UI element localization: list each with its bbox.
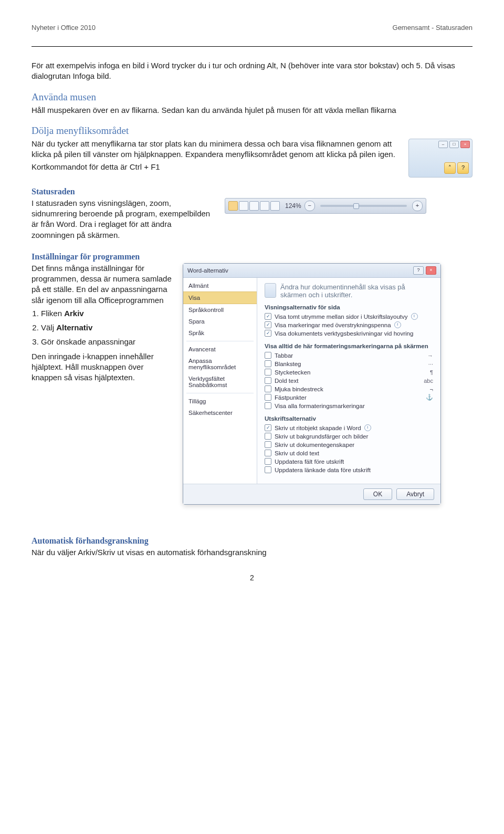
option-row[interactable]: Skriv ut ritobjekt skapade i Wordi	[265, 424, 433, 432]
ok-button[interactable]: OK	[363, 488, 392, 500]
option-label: Blanksteg	[275, 361, 301, 367]
statusbar-section: Statusraden I statusraden syns visningsl…	[32, 187, 472, 243]
nav-item[interactable]: Spara	[183, 316, 257, 327]
option-row[interactable]: Stycketecken¶	[265, 368, 433, 377]
maximize-icon: □	[449, 141, 459, 148]
settings-steps: Fliken Arkiv Välj Alternativ Gör önskade…	[41, 309, 173, 346]
checkbox-icon[interactable]	[265, 352, 271, 359]
option-label: Skriv ut ritobjekt skapade i Word	[275, 425, 361, 431]
option-label: Visa dokumentets verktygsbeskrivningar v…	[275, 330, 413, 337]
option-label: Mjuka bindestreck	[275, 386, 323, 392]
header-divider	[32, 46, 472, 47]
collapse-ribbon-icon: ˄	[444, 162, 456, 174]
option-label: Visa tomt utrymme mellan sidor i Utskrif…	[275, 314, 408, 320]
zoom-in-icon: +	[412, 201, 423, 211]
hide-heading: Dölja menyfliksområdet	[32, 125, 472, 137]
step-1: Fliken Arkiv	[41, 309, 173, 318]
info-icon[interactable]: i	[364, 424, 371, 431]
checkbox-icon[interactable]	[265, 433, 271, 440]
option-row[interactable]: Uppdatera länkade data före utskrift	[265, 466, 433, 474]
option-row[interactable]: Visa alla formateringsmarkeringar	[265, 402, 433, 410]
preview-heading: Automatisk förhandsgranskning	[32, 536, 472, 546]
nav-item[interactable]: Språkkontroll	[183, 304, 257, 316]
nav-item[interactable]: Språk	[183, 327, 257, 339]
preview-section: Automatisk förhandsgranskning När du väl…	[32, 536, 472, 558]
nav-item[interactable]: Verktygsfältet Snabbåtkomst	[183, 373, 257, 391]
hide-ribbon-section: Dölja menyfliksområdet När du tycker att…	[32, 125, 472, 178]
option-row[interactable]: Visa markeringar med överstrykningspenna…	[265, 321, 433, 329]
zoom-value: 124%	[285, 202, 301, 210]
checkbox-icon[interactable]	[265, 402, 271, 409]
dialog-main: Ändra hur dokumentinnehåll ska visas på …	[257, 278, 440, 484]
dialog-title: Word-alternativ	[187, 267, 228, 274]
checkbox-icon[interactable]	[265, 394, 271, 401]
checkbox-icon[interactable]	[265, 330, 271, 337]
page-number: 2	[32, 574, 472, 582]
info-icon[interactable]: i	[411, 313, 418, 320]
dialog-close-icon: ×	[426, 266, 436, 275]
nav-item[interactable]: Visa	[183, 291, 257, 304]
view-draft-icon	[270, 201, 280, 211]
info-icon[interactable]: i	[394, 321, 401, 328]
nav-item[interactable]: Allmänt	[183, 280, 257, 291]
option-row[interactable]: Visa tomt utrymme mellan sidor i Utskrif…	[265, 312, 433, 321]
option-label: Tabbar	[275, 352, 293, 359]
settings-hint: Den inringade i-knappen innehåller hjälp…	[32, 351, 173, 383]
checkbox-icon[interactable]	[265, 377, 271, 384]
hide-text-2: Kortkommandot för detta är Ctrl + F1	[32, 162, 399, 172]
mouse-section: Använda musen Håll muspekaren över en av…	[32, 91, 472, 116]
symbol-icon: abc	[424, 378, 433, 384]
option-row[interactable]: Uppdatera fält före utskrift	[265, 457, 433, 466]
group-title: Utskriftsalternativ	[265, 415, 433, 422]
option-label: Dold text	[275, 378, 298, 384]
checkbox-icon[interactable]	[265, 441, 271, 448]
checkbox-icon[interactable]	[265, 424, 271, 431]
cancel-button[interactable]: Avbryt	[396, 488, 434, 500]
checkbox-icon[interactable]	[265, 369, 271, 376]
statusbar-screenshot: 124% − +	[225, 198, 426, 214]
zoom-slider	[320, 205, 407, 207]
option-row[interactable]: Visa dokumentets verktygsbeskrivningar v…	[265, 329, 433, 338]
checkbox-icon[interactable]	[265, 466, 271, 473]
nav-item[interactable]: Anpassa menyfliksområdet	[183, 355, 257, 373]
checkbox-icon[interactable]	[265, 458, 271, 465]
status-heading: Statusraden	[32, 187, 472, 196]
checkbox-icon[interactable]	[265, 313, 271, 320]
hide-text-1: När du tycker att menyflikarna tar stor …	[32, 139, 399, 160]
option-label: Skriv ut dokumentegenskaper	[275, 442, 354, 448]
page-header: Nyheter i Office 2010 Gemensamt - Status…	[32, 24, 472, 32]
intro-section: För att exempelvis infoga en bild i Word…	[32, 60, 472, 82]
view-print-layout-icon	[228, 201, 238, 211]
header-left: Nyheter i Office 2010	[32, 24, 96, 32]
nav-item[interactable]: Tillägg	[183, 395, 257, 407]
symbol-icon: ···	[428, 361, 433, 367]
step-3: Gör önskade anpassningar	[41, 337, 173, 346]
option-row[interactable]: Dold textabc	[265, 377, 433, 385]
option-row[interactable]: Tabbar→	[265, 351, 433, 360]
checkbox-icon[interactable]	[265, 321, 271, 328]
word-options-dialog: Word-alternativ ? × AllmäntVisaSpråkkont…	[183, 263, 441, 505]
option-row[interactable]: Blanksteg···	[265, 360, 433, 368]
checkbox-icon[interactable]	[265, 450, 271, 456]
checkbox-icon[interactable]	[265, 385, 271, 392]
settings-heading: Inställningar för programmen	[32, 252, 472, 262]
option-row[interactable]: Skriv ut bakgrundsfärger och bilder	[265, 432, 433, 441]
option-row[interactable]: Mjuka bindestreck¬	[265, 385, 433, 393]
settings-section: Inställningar för programmen Det finns m…	[32, 252, 472, 505]
nav-item[interactable]: Säkerhetscenter	[183, 407, 257, 419]
option-row[interactable]: Fästpunkter⚓	[265, 393, 433, 402]
option-row[interactable]: Skriv ut dokumentegenskaper	[265, 441, 433, 449]
symbol-icon: ¶	[430, 369, 433, 376]
view-outline-icon	[260, 201, 269, 211]
intro-text: För att exempelvis infoga en bild i Word…	[32, 60, 472, 82]
zoom-out-icon: −	[304, 201, 315, 211]
help-icon: ?	[457, 162, 469, 174]
option-row[interactable]: Skriv ut dold text	[265, 449, 433, 457]
symbol-icon: ¬	[430, 386, 433, 392]
nav-item[interactable]: Avancerat	[183, 343, 257, 355]
symbol-icon: ⚓	[426, 394, 433, 401]
option-label: Uppdatera fält före utskrift	[275, 458, 344, 465]
step-2: Välj Alternativ	[41, 323, 173, 332]
checkbox-icon[interactable]	[265, 360, 271, 367]
close-icon: ×	[460, 141, 470, 148]
